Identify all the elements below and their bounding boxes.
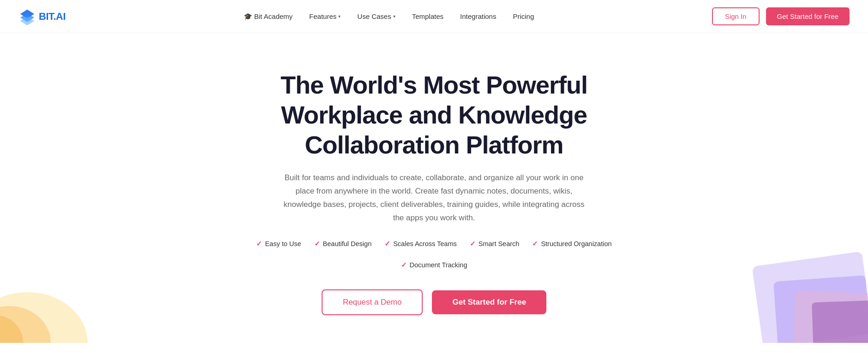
- nav-use-cases[interactable]: Use Cases ▾: [357, 12, 395, 20]
- feature-label-4: Smart Search: [479, 240, 520, 247]
- academy-icon: 🎓: [244, 12, 252, 21]
- bg-decoration-right: [730, 251, 868, 343]
- check-icon-5: ✓: [532, 240, 538, 248]
- feature-structured-organization: ✓ Structured Organization: [532, 240, 611, 248]
- nav-pricing-label: Pricing: [513, 12, 534, 20]
- bg-decoration-left: [0, 251, 102, 343]
- nav-bit-academy-label: Bit Academy: [254, 12, 293, 20]
- hero-title-line2: Workplace and Knowledge Collaboration Pl…: [281, 101, 587, 159]
- hero-subtitle: Built for teams and individuals to creat…: [277, 171, 591, 225]
- nav-use-cases-label: Use Cases: [357, 12, 391, 20]
- feature-beautiful-design: ✓ Beautiful Design: [314, 240, 372, 248]
- feature-easy-to-use: ✓ Easy to Use: [256, 240, 301, 248]
- nav-features-label: Features: [309, 12, 336, 20]
- logo-text: BIT.AI: [39, 11, 66, 23]
- hero-cta: Request a Demo Get Started for Free: [236, 289, 633, 315]
- check-icon-2: ✓: [314, 240, 320, 248]
- feature-label-6: Document Tracking: [410, 261, 467, 269]
- feature-label-1: Easy to Use: [265, 240, 301, 247]
- feature-scales-across-teams: ✓ Scales Across Teams: [384, 240, 457, 248]
- features-list: ✓ Easy to Use ✓ Beautiful Design ✓ Scale…: [236, 240, 633, 269]
- nav-templates-label: Templates: [412, 12, 443, 20]
- logo[interactable]: BIT.AI: [18, 8, 66, 25]
- get-started-nav-button[interactable]: Get Started for Free: [766, 7, 850, 25]
- logo-ai: .AI: [54, 11, 66, 22]
- nav-integrations-label: Integrations: [460, 12, 496, 20]
- feature-document-tracking: ✓ Document Tracking: [401, 261, 467, 269]
- check-icon-3: ✓: [384, 240, 390, 248]
- navbar-actions: Sign In Get Started for Free: [712, 7, 850, 25]
- logo-icon: [18, 8, 36, 25]
- request-demo-button[interactable]: Request a Demo: [322, 289, 423, 315]
- check-icon-4: ✓: [470, 240, 476, 248]
- nav-features[interactable]: Features ▾: [309, 12, 341, 20]
- navbar-nav: 🎓 Bit Academy Features ▾ Use Cases ▾ Tem…: [244, 12, 534, 21]
- hero-title-line1: The World's Most Powerful: [281, 71, 587, 99]
- use-cases-chevron-icon: ▾: [393, 14, 395, 19]
- features-chevron-icon: ▾: [338, 14, 341, 19]
- check-icon-1: ✓: [256, 240, 262, 248]
- check-icon-6: ✓: [401, 261, 407, 269]
- nav-integrations[interactable]: Integrations: [460, 12, 496, 20]
- feature-smart-search: ✓ Smart Search: [470, 240, 520, 248]
- get-started-hero-button[interactable]: Get Started for Free: [432, 290, 546, 314]
- navbar: BIT.AI 🎓 Bit Academy Features ▾ Use Case…: [0, 0, 868, 33]
- svg-rect-9: [812, 300, 868, 343]
- feature-label-5: Structured Organization: [541, 240, 611, 247]
- hero-title: The World's Most Powerful Workplace and …: [236, 70, 633, 159]
- feature-label-2: Beautiful Design: [323, 240, 372, 247]
- nav-templates[interactable]: Templates: [412, 12, 443, 20]
- nav-pricing[interactable]: Pricing: [513, 12, 534, 20]
- logo-bit: BIT: [39, 11, 54, 22]
- hero-content: The World's Most Powerful Workplace and …: [236, 70, 633, 315]
- feature-label-3: Scales Across Teams: [393, 240, 457, 247]
- signin-button[interactable]: Sign In: [712, 7, 760, 25]
- nav-bit-academy[interactable]: 🎓 Bit Academy: [244, 12, 293, 21]
- hero-section: The World's Most Powerful Workplace and …: [0, 33, 868, 343]
